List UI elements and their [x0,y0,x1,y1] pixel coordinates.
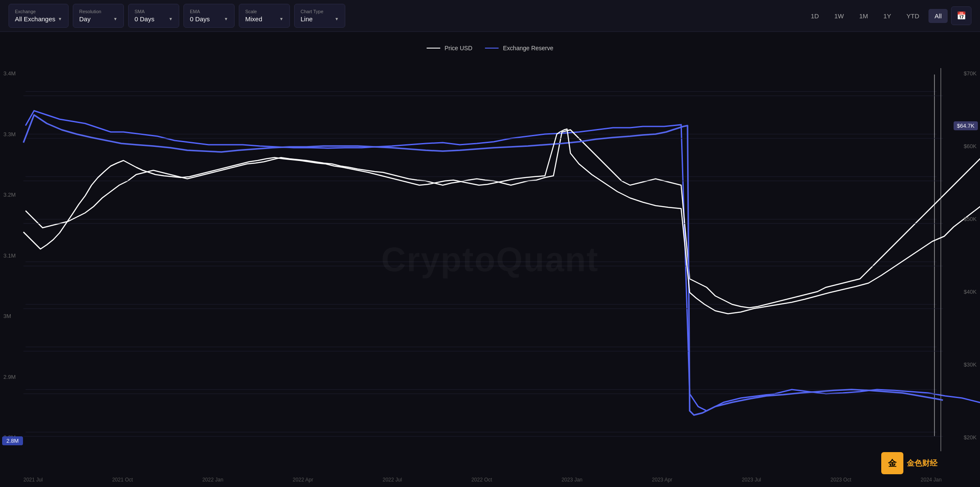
x-label-2021oct: 2021 Oct [112,477,133,483]
toolbar-right: 1D 1W 1M 1Y YTD All 📅 [805,6,971,25]
y-left-3.3m: 3.3M [3,131,16,138]
legend-reserve: Exchange Reserve [485,45,553,52]
time-btn-1m[interactable]: 1M [853,9,874,23]
x-label-2021jul: 2021 Jul [23,477,43,483]
time-btn-1w[interactable]: 1W [828,9,850,23]
y-axis-left: 3.4M 3.3M 3.2M 3.1M 3M 2.9M 2.8M [3,70,16,441]
y-left-2.9m: 2.9M [3,374,16,380]
charttype-dropdown[interactable]: Chart Type Line ▼ [294,4,345,28]
y-right-70k: $70K [964,70,977,77]
resolution-value: Day ▼ [79,15,117,23]
calendar-icon[interactable]: 📅 [951,6,971,25]
logo-watermark: 金 金色财经 [881,452,937,474]
x-label-2022apr: 2022 Apr [293,477,313,483]
charttype-label: Chart Type [301,9,339,14]
reserve-line-icon [485,48,499,49]
sma-label: SMA [135,9,173,14]
price-current-badge: $64.7K [954,121,978,130]
ema-value: 0 Days ▼ [190,15,228,23]
x-label-2022oct: 2022 Oct [471,477,492,483]
x-label-2023jan: 2023 Jan [562,477,582,483]
toolbar: Exchange All Exchanges ▼ Resolution Day … [0,0,980,32]
scale-value: Mixed ▼ [245,15,284,23]
time-btn-1y[interactable]: 1Y [877,9,897,23]
x-label-2022jul: 2022 Jul [383,477,402,483]
exchange-value: All Exchanges ▼ [15,15,62,23]
sma-value: 0 Days ▼ [135,15,173,23]
y-right-40k: $40K [964,289,977,295]
time-btn-all[interactable]: All [928,9,948,23]
time-btn-1d[interactable]: 1D [805,9,825,23]
main-chart [0,32,980,487]
price-usd-path [23,69,980,314]
y-left-3.4m: 3.4M [3,70,16,77]
sma-arrow-icon: ▼ [169,17,173,21]
chart-legend: Price USD Exchange Reserve [427,45,553,52]
sma-dropdown[interactable]: SMA 0 Days ▼ [128,4,179,28]
legend-price: Price USD [427,45,472,52]
charttype-value: Line ▼ [301,15,339,23]
x-label-2023apr: 2023 Apr [652,477,672,483]
x-label-2024jan: 2024 Jan [921,477,942,483]
x-label-2022jan: 2022 Jan [202,477,223,483]
time-btn-ytd[interactable]: YTD [900,9,925,23]
y-left-3.2m: 3.2M [3,192,16,198]
y-left-3m: 3M [3,313,16,319]
x-label-2023oct: 2023 Oct [831,477,851,483]
ema-arrow-icon: ▼ [224,17,228,21]
legend-reserve-label: Exchange Reserve [503,45,553,52]
y-left-3.1m: 3.1M [3,252,16,259]
exchange-dropdown[interactable]: Exchange All Exchanges ▼ [9,4,69,28]
y-right-30k: $30K [964,361,977,368]
scale-label: Scale [245,9,284,14]
exchange-arrow-icon: ▼ [58,17,62,21]
y-right-60k: $60K [964,143,977,149]
legend-price-label: Price USD [444,45,472,52]
chart-container: Price USD Exchange Reserve CryptoQuant [0,32,980,487]
scale-arrow-icon: ▼ [279,17,284,21]
logo-icon: 金 [881,452,903,474]
x-axis: 2021 Jul 2021 Oct 2022 Jan 2022 Apr 2022… [23,477,942,483]
scale-dropdown[interactable]: Scale Mixed ▼ [239,4,290,28]
exchange-label: Exchange [15,9,62,14]
ema-label: EMA [190,9,228,14]
ema-dropdown[interactable]: EMA 0 Days ▼ [183,4,235,28]
resolution-label: Resolution [79,9,117,14]
y-right-50k: $50K [964,216,977,222]
logo-text: 金色财经 [907,458,937,468]
resolution-dropdown[interactable]: Resolution Day ▼ [73,4,124,28]
resolution-arrow-icon: ▼ [113,17,117,21]
charttype-arrow-icon: ▼ [335,17,339,21]
x-label-2023jul: 2023 Jul [742,477,761,483]
price-line-icon [427,48,440,49]
toolbar-left: Exchange All Exchanges ▼ Resolution Day … [9,4,345,28]
y-right-20k: $20K [964,434,977,441]
exchange-reserve-path [23,115,943,415]
reserve-current-badge: 2.8M [2,436,23,445]
